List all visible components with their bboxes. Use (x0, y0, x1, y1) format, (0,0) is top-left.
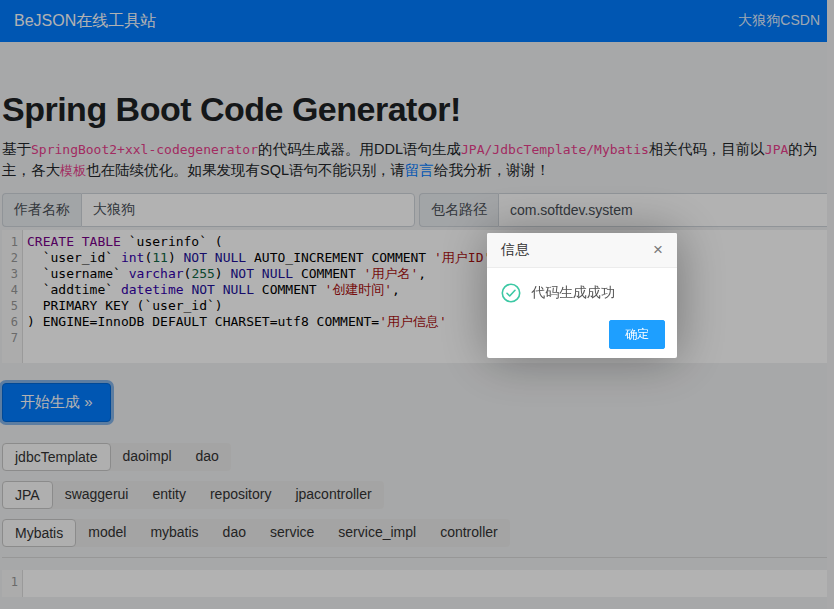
success-check-icon (501, 283, 521, 303)
modal-header: 信息 × (487, 233, 677, 268)
modal-title: 信息 (501, 241, 529, 259)
ok-button[interactable]: 确定 (609, 320, 665, 349)
modal-message: 代码生成成功 (531, 284, 615, 302)
modal-footer: 确定 (487, 308, 677, 358)
modal-backdrop (0, 0, 834, 609)
close-icon[interactable]: × (653, 243, 663, 257)
modal-body: 代码生成成功 (487, 268, 677, 308)
info-modal: 信息 × 代码生成成功 确定 (487, 233, 677, 358)
